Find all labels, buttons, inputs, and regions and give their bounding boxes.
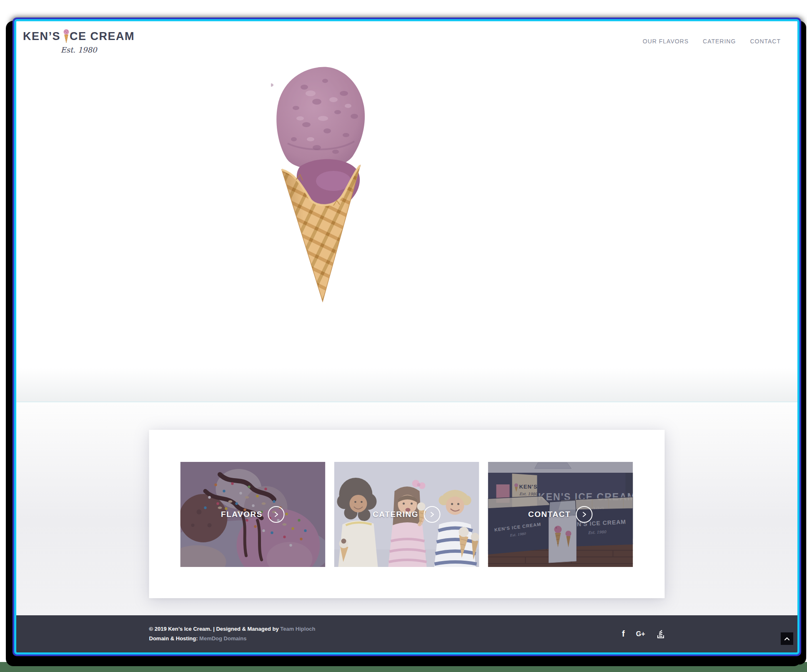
flavors-arrow-button[interactable] [268, 506, 285, 523]
catering-card[interactable]: CATERING [334, 462, 479, 567]
catering-card-overlay: CATERING [334, 462, 479, 567]
social-links: f G+ [622, 629, 664, 639]
flavors-card-label: FLAVORS [221, 510, 263, 519]
logo-word-1: KEN’S [23, 31, 60, 42]
nav-item-contact[interactable]: CONTACT [750, 38, 781, 45]
catering-card-label: CATERING [373, 510, 419, 519]
logo-word-2: CE CREAM [70, 31, 135, 42]
page-canvas: KEN’S CE CREAM Est. 1980 OUR FLAVORS CAT… [0, 0, 807, 672]
footer-hosting-text: Domain & Hosting: [149, 635, 200, 642]
site-footer: © 2019 Ken’s Ice Cream. | Designed & Man… [16, 615, 797, 652]
flavors-card-overlay: FLAVORS [180, 462, 326, 567]
chevron-right-icon [273, 512, 279, 517]
desktop-background-strip [0, 662, 807, 672]
logo-text-row: KEN’S CE CREAM [23, 29, 135, 45]
site-header: KEN’S CE CREAM Est. 1980 OUR FLAVORS CAT… [16, 21, 797, 61]
footer-hosting-line: Domain & Hosting: MemDog Domains [149, 634, 316, 644]
footer-credits: © 2019 Ken’s Ice Cream. | Designed & Man… [149, 624, 316, 644]
contact-card[interactable]: KEN'S ICE CREAM Est. 1980 KEN'S Est. 198… [488, 462, 633, 567]
quick-links-panel: FLAVORS [149, 430, 665, 598]
footer-copyright-line: © 2019 Ken’s Ice Cream. | Designed & Man… [149, 624, 316, 634]
flavors-card[interactable]: FLAVORS [180, 462, 326, 567]
chevron-right-icon [429, 512, 435, 517]
catering-arrow-button[interactable] [424, 506, 441, 523]
contact-card-overlay: CONTACT [488, 462, 633, 567]
nav-item-our-flavors[interactable]: OUR FLAVORS [643, 38, 689, 45]
hero-ice-cream-cone-image [271, 62, 371, 304]
footer-content: © 2019 Ken’s Ice Cream. | Designed & Man… [149, 624, 665, 644]
hero-section [16, 61, 797, 402]
stack-overflow-icon[interactable] [657, 629, 665, 639]
footer-copyright-text: © 2019 Ken’s Ice Cream. | Designed & Man… [149, 626, 281, 632]
designer-link[interactable]: Team Hiploch [280, 626, 315, 632]
nav-item-catering[interactable]: CATERING [703, 38, 736, 45]
quick-links-section: FLAVORS [16, 402, 797, 615]
contact-arrow-button[interactable] [576, 506, 593, 523]
contact-card-label: CONTACT [528, 510, 571, 519]
facebook-icon[interactable]: f [622, 629, 625, 639]
site-frame: KEN’S CE CREAM Est. 1980 OUR FLAVORS CAT… [13, 18, 801, 656]
scroll-to-top-button[interactable] [781, 632, 793, 645]
chevron-up-icon [784, 636, 790, 641]
site-frame-inner: KEN’S CE CREAM Est. 1980 OUR FLAVORS CAT… [14, 19, 799, 654]
site-logo[interactable]: KEN’S CE CREAM Est. 1980 [23, 29, 135, 54]
logo-ice-cream-cone-icon [63, 29, 69, 44]
hosting-link[interactable]: MemDog Domains [199, 635, 246, 642]
logo-tagline: Est. 1980 [61, 45, 97, 54]
main-nav: OUR FLAVORS CATERING CONTACT [643, 38, 781, 45]
chevron-right-icon [581, 512, 587, 517]
google-plus-icon[interactable]: G+ [636, 630, 645, 638]
